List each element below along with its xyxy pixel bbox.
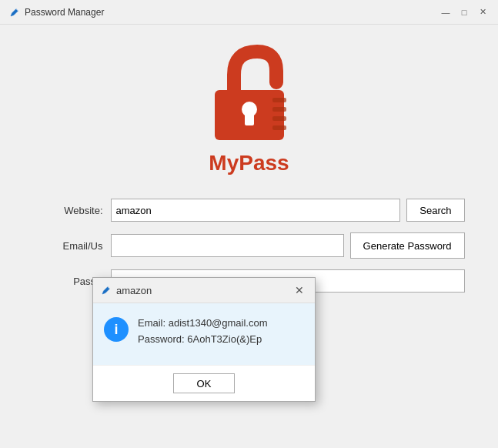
password-result: Password: 6AohT3Zio(&)Ep <box>138 332 268 348</box>
result-dialog: amazon ✕ i Email: adist1340@gmail.com Pa… <box>92 277 316 402</box>
dialog-title-left: amazon <box>101 285 152 296</box>
dialog-title: amazon <box>116 285 152 296</box>
ok-button[interactable]: OK <box>173 373 235 393</box>
dialog-footer: OK <box>93 365 315 401</box>
dialog-overlay: amazon ✕ i Email: adist1340@gmail.com Pa… <box>0 0 498 448</box>
dialog-title-bar: amazon ✕ <box>93 278 315 303</box>
dialog-body: i Email: adist1340@gmail.com Password: 6… <box>93 303 315 365</box>
dialog-content: Email: adist1340@gmail.com Password: 6Ao… <box>138 316 268 348</box>
dialog-close-button[interactable]: ✕ <box>292 283 307 298</box>
info-icon: i <box>104 317 129 342</box>
dialog-pen-icon <box>101 285 112 296</box>
email-result: Email: adist1340@gmail.com <box>138 316 268 332</box>
